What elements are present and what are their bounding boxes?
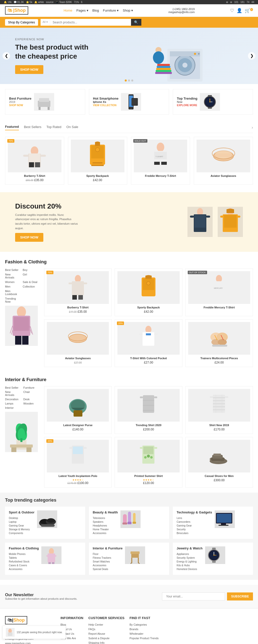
product-name-4: Aviator Sunglasses (197, 174, 250, 177)
cat-link-trending-now[interactable]: Trending Now (5, 297, 20, 303)
footer-link-help[interactable]: Help Center (88, 622, 124, 627)
cat-link-boy[interactable]: Boy (23, 268, 38, 271)
search-input[interactable] (50, 19, 131, 26)
cat-link-interior-interior[interactable]: Interior (5, 406, 20, 409)
list-item[interactable]: Special Deals (93, 567, 122, 571)
cat-link-sale-deal[interactable]: Sale & Deal (23, 280, 38, 284)
list-item[interactable]: Accessories (93, 531, 118, 535)
footer-link-shipping[interactable]: Shipping Info (88, 640, 124, 644)
footer-link-wholesaler[interactable]: Wholesaler (130, 631, 159, 636)
list-item[interactable]: Home Theater (93, 528, 118, 531)
cat-link-interior-wooden[interactable]: Wooden (23, 402, 39, 405)
hero-dot-1[interactable] (125, 79, 127, 82)
list-item[interactable]: Cases & Covers (9, 564, 39, 567)
nav-home[interactable]: Home (63, 9, 72, 12)
list-item[interactable]: Security (177, 528, 212, 531)
list-item[interactable]: Floor (93, 552, 122, 556)
footer-link-popular-trends[interactable]: Popular Product Trends (130, 636, 159, 640)
nav-pages[interactable]: Pages ▾ (76, 9, 88, 12)
list-item[interactable]: Hometest Devices (177, 567, 203, 571)
list-item[interactable]: Refurbished Stock (9, 560, 39, 564)
products-next-arrow[interactable]: › (252, 125, 253, 130)
tab-best-sellers[interactable]: Best Sellers (24, 125, 41, 130)
footer-link-brands[interactable]: Brands (130, 627, 159, 631)
list-item[interactable]: Binoculars (177, 531, 212, 535)
list-item[interactable]: Gaming Gear (9, 524, 35, 528)
cat-link-men-lookbook[interactable]: Men Lookbook (5, 290, 20, 296)
list-item[interactable]: Security System (177, 556, 203, 560)
cat-link-women[interactable]: Women (5, 280, 20, 284)
list-item[interactable]: Smart Watches (93, 560, 122, 564)
hero-dot-2[interactable] (128, 79, 130, 82)
discount-cta-button[interactable]: SHOP NOW (15, 233, 43, 242)
cat-link-interior-lamps[interactable]: Lamps (5, 402, 20, 405)
svg-rect-63 (224, 215, 237, 228)
feat-cat-link-watch[interactable]: EXPLORE MORE (177, 104, 197, 107)
fashion-sidebar: Best Seller Boy New Arrivals Girl Women … (5, 268, 40, 367)
cat-link-interior-new-arrivals[interactable]: New Arrivals (5, 390, 20, 396)
list-item[interactable]: Fitness Trackers (93, 556, 122, 560)
product-img-2 (71, 140, 124, 172)
list-item[interactable]: Televisions (93, 516, 118, 520)
list-item[interactable]: Desktop (9, 516, 35, 520)
nav-furniture[interactable]: Furniture ▾ (103, 9, 119, 12)
list-item[interactable]: Mobile Phones (9, 552, 39, 556)
footer-link-dispute[interactable]: Submit a Dispute (88, 636, 124, 640)
svg-rect-59 (190, 216, 194, 218)
footer-link-faqs[interactable]: FAQs (88, 627, 124, 631)
cat-link-girl[interactable]: Girl (23, 273, 38, 279)
svg-rect-94 (139, 333, 143, 335)
cart-icon[interactable]: 🛒0 (245, 8, 253, 13)
hero-dot-3[interactable] (131, 79, 133, 82)
search-button[interactable]: 🔍 (131, 19, 141, 26)
tab-top-rated[interactable]: Top Rated (46, 125, 61, 130)
list-item[interactable]: Components (9, 531, 35, 535)
list-item[interactable]: Lens (177, 516, 212, 520)
footer-link-categories[interactable]: By Categories (130, 622, 159, 627)
list-item[interactable]: Camcorders (177, 520, 212, 524)
all-dropdown[interactable]: All ▾ (41, 19, 50, 26)
cat-link-interior-best-seller[interactable]: Best Seller (5, 386, 20, 389)
list-item[interactable]: Appliances (177, 552, 203, 556)
cat-link-collection[interactable]: Collection (23, 285, 38, 288)
cat-link-best-seller[interactable]: Best Seller (5, 268, 20, 271)
trending-grid: Sport & Outdoor Desktop Laptop Gaming Ge… (5, 507, 253, 575)
hero-cta-button[interactable]: SHOP NOW (15, 65, 43, 74)
svg-line-173 (138, 563, 140, 564)
cat-link-interior-desk[interactable]: Desk (23, 398, 39, 401)
cat-link-men[interactable]: Men (5, 285, 20, 288)
subscribe-button[interactable]: SUBSCRIBE (227, 592, 253, 600)
list-item[interactable]: Kits & Hubs (177, 564, 203, 567)
nav-shop[interactable]: Shop ▾ (123, 9, 133, 12)
list-item[interactable]: Energy & Lighting (177, 560, 203, 564)
cat-link-interior-chair[interactable]: Chair (23, 390, 39, 396)
list-item[interactable]: Storage & Memory (9, 528, 35, 531)
svg-line-172 (131, 563, 132, 564)
list-item[interactable]: Speakers (93, 520, 118, 524)
account-icon[interactable]: 👤 (237, 8, 242, 13)
list-item[interactable]: Gaming Gear (177, 524, 212, 528)
hero-arrow-left[interactable]: ❮ (3, 52, 10, 60)
category-dropdown[interactable]: Shop By Categories (5, 19, 38, 26)
cat-link-new-arrivals[interactable]: New Arrivals (5, 273, 20, 279)
footer-link-report[interactable]: Report Abuse (88, 631, 124, 636)
feat-cat-link-iphone[interactable]: VIEW COLLECTION (93, 104, 116, 107)
cat-link-interior-decoration[interactable]: Decoration (5, 398, 20, 401)
list-item[interactable]: Headphones (93, 524, 118, 528)
hero-arrow-right[interactable]: ❯ (248, 52, 255, 60)
topbar-stat: 💬 81.3K (14, 1, 24, 4)
list-item[interactable]: Accessories (93, 564, 122, 567)
list-item[interactable]: Tablets (9, 556, 39, 560)
logo[interactable]: 🛍 |Shop (5, 6, 28, 15)
newsletter-email-input[interactable] (162, 592, 225, 600)
tab-on-sale[interactable]: On Sale (67, 125, 78, 130)
list-item[interactable]: Laptop (9, 520, 35, 524)
tab-featured[interactable]: Featured (5, 125, 19, 130)
list-item[interactable]: Accessories (9, 567, 39, 571)
svg-rect-140 (154, 447, 157, 449)
discount-banner: Discount 20% Curabitur sagittis imperdie… (0, 192, 258, 252)
cat-link-interior-furniture[interactable]: Furniture (23, 386, 39, 389)
wishlist-icon[interactable]: ♡ (230, 8, 234, 13)
feat-cat-link[interactable]: SHOP NOW (9, 104, 23, 107)
nav-blog[interactable]: Blog (92, 9, 99, 12)
